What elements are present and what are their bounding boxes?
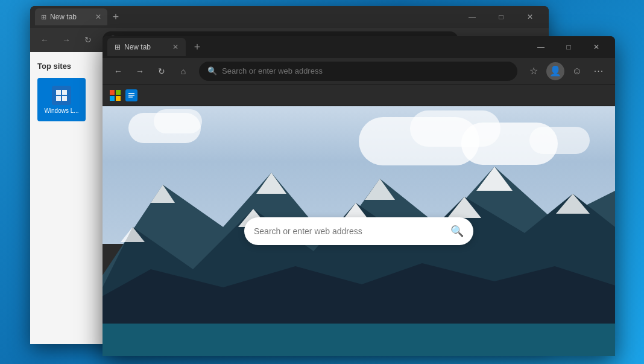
svg-rect-1 bbox=[62, 90, 67, 95]
forward-button-front[interactable]: → bbox=[130, 62, 150, 81]
tab-label-front: New tab bbox=[124, 43, 151, 51]
back-button-front[interactable]: ← bbox=[109, 62, 128, 81]
landscape-background: 🔍 bbox=[103, 106, 615, 356]
close-button-back[interactable]: ✕ bbox=[516, 7, 544, 27]
tab-icon-back: ⊞ bbox=[41, 13, 46, 21]
refresh-button-front[interactable]: ↻ bbox=[152, 62, 171, 81]
home-button-front[interactable]: ⌂ bbox=[174, 62, 193, 81]
search-box[interactable]: 🔍 bbox=[244, 217, 473, 245]
svg-marker-13 bbox=[256, 173, 286, 194]
new-tab-button-front[interactable]: + bbox=[188, 38, 206, 56]
tab-icon-front: ⊞ bbox=[115, 43, 121, 51]
search-icon-front: 🔍 bbox=[207, 66, 217, 75]
more-button-front[interactable]: ··· bbox=[589, 61, 609, 81]
close-button-front[interactable]: ✕ bbox=[582, 36, 610, 58]
tab-area-back: ⊞ New tab ✕ + bbox=[35, 8, 456, 25]
address-bar-front[interactable]: 🔍 bbox=[199, 62, 517, 81]
svg-rect-3 bbox=[62, 96, 67, 101]
toolbar-right-front: ☆ 👤 ☺ ··· bbox=[523, 61, 609, 81]
microsoft-logo[interactable] bbox=[110, 90, 121, 101]
windows-live-label: Windows L... bbox=[44, 107, 78, 114]
reading-list-icon[interactable] bbox=[125, 89, 137, 101]
refresh-button-back[interactable]: ↻ bbox=[78, 30, 98, 49]
svg-rect-4 bbox=[128, 93, 134, 94]
svg-rect-5 bbox=[128, 95, 134, 96]
main-content-front: 🔍 bbox=[103, 106, 615, 356]
profile-button-front[interactable]: 👤 bbox=[545, 61, 566, 81]
maximize-button-front[interactable]: □ bbox=[555, 36, 582, 58]
new-tab-button-back[interactable]: + bbox=[107, 8, 124, 25]
title-bar-back: ⊞ New tab ✕ + — □ ✕ bbox=[30, 6, 549, 28]
avatar-icon: 👤 bbox=[546, 62, 564, 80]
tab-back[interactable]: ⊞ New tab ✕ bbox=[35, 8, 107, 25]
tab-label-back: New tab bbox=[50, 13, 77, 21]
tab-close-front[interactable]: ✕ bbox=[172, 43, 178, 51]
minimize-button-front[interactable]: — bbox=[527, 36, 555, 58]
tab-front[interactable]: ⊞ New tab ✕ bbox=[107, 38, 186, 56]
windows-live-tile[interactable]: Windows L... bbox=[37, 78, 86, 121]
tab-close-back[interactable]: ✕ bbox=[95, 13, 101, 21]
emoji-button-front[interactable]: ☺ bbox=[567, 61, 587, 81]
window-controls-back: — □ ✕ bbox=[458, 7, 544, 27]
minimize-button-back[interactable]: — bbox=[458, 7, 486, 27]
window-controls-front: — □ ✕ bbox=[527, 36, 610, 58]
browser-window-front: ⊞ New tab ✕ + — □ ✕ ← → ↻ ⌂ 🔍 ☆ 👤 ☺ ··· bbox=[103, 36, 615, 356]
svg-rect-2 bbox=[56, 96, 61, 101]
favorites-button-front[interactable]: ☆ bbox=[523, 61, 544, 81]
search-input[interactable] bbox=[254, 226, 444, 236]
windows-live-icon bbox=[52, 86, 71, 105]
title-bar-front: ⊞ New tab ✕ + — □ ✕ bbox=[103, 36, 615, 58]
toolbar-front: ← → ↻ ⌂ 🔍 ☆ 👤 ☺ ··· bbox=[103, 58, 615, 85]
bookmarks-bar bbox=[103, 85, 615, 106]
svg-rect-6 bbox=[128, 97, 133, 98]
svg-rect-0 bbox=[56, 90, 61, 95]
maximize-button-back[interactable]: □ bbox=[487, 7, 515, 27]
back-button-back[interactable]: ← bbox=[35, 30, 54, 49]
forward-button-back[interactable]: → bbox=[57, 30, 76, 49]
search-overlay: 🔍 bbox=[244, 217, 473, 245]
address-input-front[interactable] bbox=[222, 66, 509, 75]
search-submit-icon[interactable]: 🔍 bbox=[450, 225, 464, 238]
